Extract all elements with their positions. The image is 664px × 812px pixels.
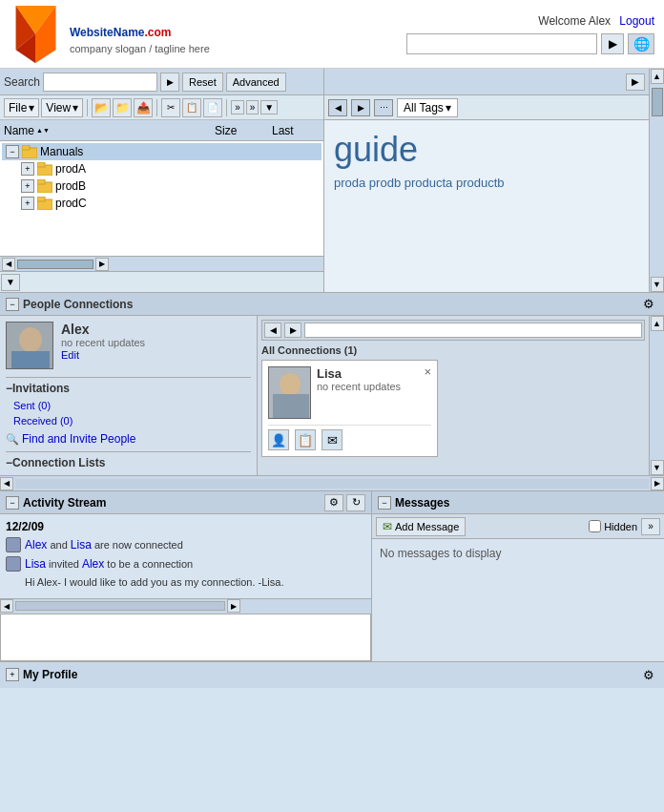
name-column-header[interactable]: Name ▲▼	[4, 124, 215, 137]
bottom-expand-btn[interactable]: ▼	[1, 274, 20, 291]
profile-toggle-btn[interactable]: +	[6, 668, 19, 681]
fwd-btn[interactable]: ▶	[351, 99, 370, 116]
top-search-button[interactable]: ▶	[601, 33, 624, 54]
top-search-input[interactable]	[406, 33, 597, 54]
hscroll-right-btn[interactable]: ▶	[95, 258, 109, 271]
copy-icon-btn[interactable]: 📋	[182, 98, 201, 117]
lisa-link-2[interactable]: Lisa	[25, 557, 46, 571]
view-dropdown[interactable]: View ▾	[41, 98, 83, 117]
add-message-btn[interactable]: ✉ Add Message	[376, 517, 466, 536]
act-hscroll-thumb[interactable]	[15, 601, 225, 611]
cut-icon-btn[interactable]: ✂	[161, 98, 180, 117]
logout-link[interactable]: Logout	[619, 14, 654, 28]
manuals-label: Manuals	[40, 145, 83, 158]
file-dropdown[interactable]: File ▾	[4, 98, 39, 117]
toolbar-separator-1	[87, 99, 88, 116]
toggle-prodb[interactable]: +	[21, 179, 34, 193]
messages-expand-btn[interactable]: »	[641, 518, 660, 535]
new-folder-icon-btn[interactable]: 📁	[113, 98, 132, 117]
tree-item-proda[interactable]: + prodA	[2, 160, 322, 177]
people-fwd-btn[interactable]: ▶	[284, 323, 301, 338]
sent-link[interactable]: Sent (0)	[13, 400, 51, 411]
welcome-bar: Welcome Alex Logout	[538, 14, 654, 28]
file-tree-hscrollbar[interactable]: ◀ ▶	[0, 256, 323, 271]
user-details: Alex no recent updates Edit	[61, 322, 145, 362]
vscroll-down-btn[interactable]: ▼	[651, 277, 664, 292]
find-connection-input[interactable]	[304, 323, 642, 338]
people-vscroll-down[interactable]: ▼	[651, 460, 664, 475]
column-headers: Name ▲▼ Size Last	[0, 120, 323, 141]
people-header: − People Connections ⚙	[0, 293, 664, 316]
people-hscrollbar[interactable]: ◀ ▶	[0, 475, 664, 490]
vscroll-up-btn[interactable]: ▲	[651, 69, 664, 84]
people-body: Alex no recent updates Edit −Invitations…	[0, 316, 664, 475]
dots-btn[interactable]: ⋯	[374, 99, 393, 116]
toggle-manuals[interactable]: −	[6, 145, 19, 158]
folder-open-icon-btn[interactable]: 📂	[92, 98, 111, 117]
advanced-button[interactable]: Advanced	[226, 73, 286, 92]
hidden-checkbox[interactable]	[589, 520, 601, 532]
people-hscroll-right[interactable]: ▶	[651, 477, 664, 490]
tags-expand-btn[interactable]: ▶	[626, 73, 645, 91]
activity-collapse-btn[interactable]: −	[6, 496, 19, 510]
activity-textarea[interactable]	[0, 614, 371, 661]
people-hscroll-left[interactable]: ◀	[0, 477, 13, 490]
find-people-link[interactable]: 🔍 Find and Invite People	[6, 430, 251, 448]
people-vscrollbar[interactable]: ▲ ▼	[649, 316, 664, 475]
people-vscroll-up[interactable]: ▲	[651, 316, 664, 331]
tree-item-prodb[interactable]: + prodB	[2, 177, 322, 195]
right-vscrollbar[interactable]: ▲ ▼	[649, 69, 664, 292]
user-edit-link[interactable]: Edit	[61, 349, 79, 361]
last-column-header[interactable]: Last	[272, 124, 320, 137]
extra-tools-button[interactable]: »	[246, 100, 259, 115]
upload-icon-btn[interactable]: 📤	[134, 98, 153, 117]
profile-gear-icon[interactable]: ⚙	[639, 666, 658, 683]
header: WebsiteName.com company slogan / tagline…	[0, 0, 664, 69]
act-hscroll-left[interactable]: ◀	[0, 599, 13, 613]
hscroll-left-btn[interactable]: ◀	[2, 258, 15, 271]
conn-close-btn[interactable]: ×	[424, 364, 431, 379]
more-tools-button[interactable]: »	[231, 100, 244, 115]
top-search-bar: ▶ 🌐	[406, 33, 654, 54]
reset-button[interactable]: Reset	[182, 73, 223, 92]
people-gear-icon[interactable]: ⚙	[639, 296, 658, 313]
activity-icons-area: ⚙ ↻	[324, 494, 365, 511]
tags-dropdown[interactable]: All Tags ▾	[397, 98, 458, 117]
toggle-prodc[interactable]: +	[21, 197, 34, 210]
hscroll-thumb[interactable]	[17, 260, 93, 269]
search-input[interactable]	[43, 73, 157, 92]
conn-message-icon[interactable]: 📋	[295, 429, 316, 450]
add-message-icon: ✉	[383, 520, 392, 533]
back-btn[interactable]: ◀	[328, 99, 347, 116]
activity-hscrollbar[interactable]: ◀ ▶	[0, 598, 371, 614]
expand-tools-button[interactable]: ▼	[260, 100, 278, 115]
inv-collapse-icon: −	[6, 382, 12, 395]
tree-item-prodc[interactable]: + prodC	[2, 195, 322, 212]
alex-link-2[interactable]: Alex	[82, 557, 104, 571]
activity-stream-panel: − Activity Stream ⚙ ↻ 12/2/09 Alex and L…	[0, 491, 372, 661]
conn-email-icon[interactable]: ✉	[322, 429, 342, 450]
conn-profile-icon[interactable]: 👤	[268, 429, 289, 450]
globe-button[interactable]: 🌐	[628, 33, 654, 54]
people-back-btn[interactable]: ◀	[264, 323, 281, 338]
name-col-label: Name	[4, 124, 34, 137]
vscroll-thumb[interactable]	[652, 88, 663, 116]
connection-lists-section: −Connection Lists	[6, 451, 251, 469]
paste-icon-btn[interactable]: 📄	[203, 98, 222, 117]
activity-settings-icon[interactable]: ⚙	[324, 494, 343, 511]
svg-point-18	[280, 373, 301, 396]
lisa-link-1[interactable]: Lisa	[71, 538, 92, 552]
hidden-label: Hidden	[604, 521, 637, 532]
size-column-header[interactable]: Size	[215, 124, 272, 137]
people-collapse-btn[interactable]: −	[6, 298, 19, 311]
messages-collapse-btn[interactable]: −	[378, 496, 391, 510]
svg-rect-20	[273, 394, 309, 419]
received-link[interactable]: Received (0)	[13, 415, 73, 427]
alex-link-1[interactable]: Alex	[25, 538, 47, 552]
toggle-proda[interactable]: +	[21, 162, 34, 176]
activity-refresh-icon[interactable]: ↻	[346, 494, 365, 511]
act-hscroll-right[interactable]: ▶	[227, 599, 240, 613]
conn-lists-header: −Connection Lists	[6, 456, 251, 469]
search-go-button[interactable]: ▶	[160, 73, 179, 92]
tree-item-manuals[interactable]: − Manuals	[2, 143, 322, 160]
